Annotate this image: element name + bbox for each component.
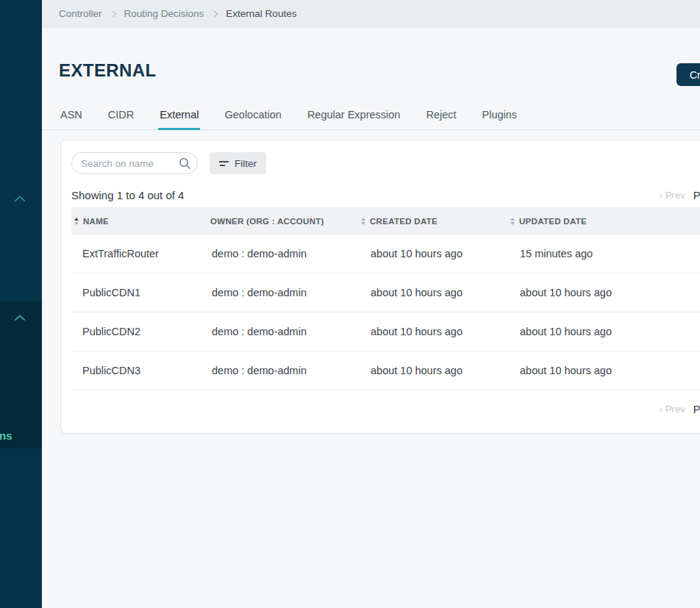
breadcrumb-item-routing-decisions[interactable]: Routing Decisions	[124, 8, 204, 19]
sort-ascending-icon[interactable]	[74, 218, 79, 225]
prev-page-button[interactable]: ‹ Prev	[660, 190, 685, 201]
breadcrumb-item-external-routes: External Routes	[226, 8, 296, 19]
create-button[interactable]: Create	[676, 63, 700, 86]
collapse-chevron-up-icon[interactable]	[14, 192, 26, 205]
route-owner: demo : demo-admin	[210, 248, 361, 260]
routes-card: Filter Showing 1 to 4 out of 4 ‹ Prev Pa…	[60, 140, 700, 434]
breadcrumb: Controller Routing Decisions External Ro…	[42, 0, 700, 26]
tab-asn[interactable]: ASN	[59, 106, 84, 130]
sort-icon[interactable]	[361, 218, 365, 225]
tab-reject[interactable]: Reject	[424, 106, 457, 130]
route-updated: about 10 hours ago	[510, 326, 700, 337]
route-updated: about 10 hours ago	[510, 287, 700, 298]
route-name[interactable]: PublicCDN3	[71, 365, 210, 376]
filter-button[interactable]: Filter	[210, 152, 266, 174]
route-owner: demo : demo-admin	[210, 365, 361, 376]
collapse-chevron-up-icon[interactable]	[14, 311, 26, 324]
main-content: EXTERNAL Create ASN CIDR External Geoloc…	[42, 26, 700, 608]
page-label: Page	[693, 189, 700, 201]
routes-table: NAME OWNER (ORG : ACCOUNT) CREATED DATE …	[71, 207, 700, 390]
app-screen: ns Controller Routing Decisions External…	[0, 0, 700, 608]
table-header-row: NAME OWNER (ORG : ACCOUNT) CREATED DATE …	[71, 207, 700, 235]
column-header-name[interactable]: NAME	[71, 217, 210, 226]
sidebar-active-item-label[interactable]: ns	[0, 429, 12, 442]
search-input[interactable]	[71, 152, 198, 174]
column-header-created-date[interactable]: CREATED DATE	[361, 217, 510, 226]
tab-plugins[interactable]: Plugins	[481, 106, 519, 130]
route-created: about 10 hours ago	[361, 287, 510, 298]
route-updated: about 10 hours ago	[510, 365, 700, 376]
route-created: about 10 hours ago	[361, 248, 510, 260]
breadcrumb-item-controller[interactable]: Controller	[59, 8, 102, 19]
pagination-top: ‹ Prev Page	[660, 189, 700, 201]
table-row[interactable]: PublicCDN2 demo : demo-admin about 10 ho…	[71, 312, 700, 351]
route-created: about 10 hours ago	[361, 326, 510, 337]
tab-external[interactable]: External	[158, 106, 200, 130]
route-owner: demo : demo-admin	[210, 287, 361, 298]
route-updated: 15 minutes ago	[510, 248, 700, 260]
results-summary: Showing 1 to 4 out of 4	[71, 189, 184, 201]
tab-regular-expression[interactable]: Regular Expression	[306, 106, 402, 130]
sort-icon[interactable]	[510, 218, 515, 225]
page-title: EXTERNAL	[59, 60, 157, 81]
search-field	[71, 152, 198, 174]
chevron-right-icon	[212, 10, 218, 16]
tab-cidr[interactable]: CIDR	[107, 106, 135, 130]
table-row[interactable]: PublicCDN3 demo : demo-admin about 10 ho…	[71, 351, 700, 390]
table-row[interactable]: PublicCDN1 demo : demo-admin about 10 ho…	[71, 273, 700, 312]
table-row[interactable]: ExtTrafficRouter demo : demo-admin about…	[71, 235, 700, 273]
sidebar: ns	[0, 0, 42, 608]
page-label: Page	[693, 403, 700, 415]
prev-page-button[interactable]: ‹ Prev	[660, 404, 685, 415]
route-name[interactable]: PublicCDN2	[71, 326, 210, 337]
column-header-owner: OWNER (ORG : ACCOUNT)	[210, 217, 361, 226]
route-name[interactable]: ExtTrafficRouter	[71, 248, 210, 260]
tab-geolocation[interactable]: Geolocation	[223, 106, 282, 130]
filter-button-label: Filter	[235, 158, 257, 169]
chevron-right-icon	[110, 10, 115, 16]
route-name[interactable]: PublicCDN1	[71, 287, 210, 298]
tab-bar: ASN CIDR External Geolocation Regular Ex…	[42, 106, 700, 130]
route-owner: demo : demo-admin	[210, 326, 361, 337]
column-header-updated-date[interactable]: UPDATED DATE	[510, 217, 700, 226]
filter-icon	[219, 161, 229, 166]
pagination-bottom: ‹ Prev Page	[660, 403, 700, 415]
route-created: about 10 hours ago	[361, 365, 510, 376]
